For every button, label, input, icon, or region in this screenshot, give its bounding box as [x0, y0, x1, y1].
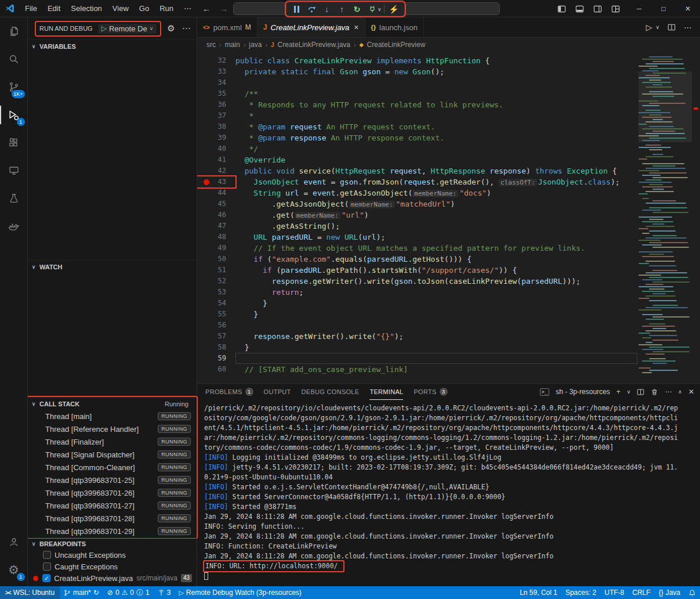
- tab-pom-xml[interactable]: <> pom.xml M: [197, 17, 257, 37]
- terminal-dropdown-icon[interactable]: ∨: [627, 389, 631, 395]
- menu-item-selection[interactable]: Selection: [66, 0, 107, 17]
- code-line[interactable]: }: [235, 298, 637, 309]
- call-stack-thread[interactable]: Thread [Finalizer]RUNNING: [28, 435, 197, 448]
- remote-indicator[interactable]: >< WSL: Ubuntu: [0, 586, 60, 599]
- code-line[interactable]: private static final Gson gson = new Gso…: [235, 66, 637, 77]
- code-line[interactable]: return;: [235, 287, 637, 298]
- variables-section-header[interactable]: ∨ VARIABLES: [28, 39, 197, 52]
- menu-item-file[interactable]: File: [20, 0, 42, 17]
- toggle-secondary-sidebar-icon[interactable]: [593, 5, 602, 13]
- customize-layout-icon[interactable]: [611, 5, 620, 13]
- call-stack-thread[interactable]: Thread [Reference Handler]RUNNING: [28, 423, 197, 435]
- gutter-line-45[interactable]: 45: [197, 199, 235, 210]
- sidebar-more-actions-icon[interactable]: ⋯: [182, 23, 191, 34]
- hot-code-replace-button[interactable]: ⚡: [387, 3, 401, 16]
- sidebar-item-explorer[interactable]: [0, 17, 28, 45]
- code-line[interactable]: *: [235, 110, 637, 121]
- call-stack-thread[interactable]: Thread [Common-Cleaner]RUNNING: [28, 461, 197, 474]
- sidebar-item-run-and-debug[interactable]: 1: [0, 101, 28, 129]
- breakpoint-checkbox[interactable]: [43, 562, 51, 571]
- breakpoint-item[interactable]: Caught Exceptions: [28, 561, 197, 572]
- restart-button[interactable]: ↻: [350, 3, 364, 16]
- call-stack-section-header[interactable]: ∨ CALL STACK Running: [28, 397, 197, 410]
- accounts-button[interactable]: [0, 528, 28, 556]
- code-line[interactable]: .get(memberName:"url"): [235, 210, 637, 221]
- ports-indicator[interactable]: 3: [154, 586, 175, 599]
- settings-button[interactable]: ⚙ 1: [0, 556, 28, 584]
- gutter-line-32[interactable]: 32: [197, 55, 235, 66]
- start-debug-icon[interactable]: ▷: [101, 24, 107, 33]
- minimap[interactable]: [639, 52, 692, 383]
- sidebar-item-source-control[interactable]: 1K+: [0, 73, 28, 101]
- toggle-sidebar-icon[interactable]: [557, 5, 566, 13]
- gutter-line-38[interactable]: 38: [197, 121, 235, 132]
- code-editor[interactable]: 32public class CreateLinkPreview impleme…: [197, 52, 700, 383]
- breakpoints-section-header[interactable]: ∨ BREAKPOINTS: [28, 537, 197, 549]
- code-line[interactable]: public void service(HttpRequest request,…: [235, 165, 637, 176]
- code-line[interactable]: // If the event object URL matches a spe…: [235, 243, 637, 254]
- call-stack-thread[interactable]: Thread [qtp399683701-27]RUNNING: [28, 499, 197, 512]
- overview-ruler[interactable]: [692, 52, 700, 383]
- breadcrumb-item[interactable]: src: [206, 41, 216, 49]
- sidebar-item-extensions[interactable]: [0, 129, 28, 157]
- notifications-bell[interactable]: [684, 586, 700, 599]
- indentation-setting[interactable]: Spaces: 2: [561, 586, 600, 599]
- sidebar-item-docker[interactable]: [0, 212, 28, 240]
- menu-overflow[interactable]: ⋯: [179, 0, 197, 17]
- code-line[interactable]: .getAsJsonObject(memberName:"matchedUrl"…: [235, 199, 637, 210]
- editor-more-actions-icon[interactable]: ⋯: [684, 23, 692, 32]
- terminal-output[interactable]: /pierrick/.m2/repository/io/cloudevents/…: [197, 400, 700, 586]
- code-line[interactable]: }: [235, 342, 637, 353]
- panel-more-actions-icon[interactable]: ⋯: [665, 388, 672, 396]
- gutter-line-50[interactable]: 50: [197, 254, 235, 265]
- breakpoint-item[interactable]: Uncaught Exceptions: [28, 549, 197, 561]
- code-line[interactable]: */: [235, 143, 637, 154]
- gutter-line-44[interactable]: 44: [197, 187, 235, 199]
- call-stack-thread[interactable]: Thread [qtp399683701-28]RUNNING: [28, 512, 197, 525]
- gutter-line-53[interactable]: 53: [197, 287, 235, 298]
- gutter-line-57[interactable]: 57: [197, 331, 235, 342]
- code-line[interactable]: * @param request An HTTP request context…: [235, 121, 637, 132]
- encoding-setting[interactable]: UTF-8: [600, 586, 628, 599]
- code-line[interactable]: response.getWriter().write("{}");: [235, 331, 637, 342]
- gutter-line-49[interactable]: 49: [197, 243, 235, 254]
- call-stack-thread[interactable]: Thread [qtp399683701-25]RUNNING: [28, 474, 197, 486]
- minimize-button[interactable]: ─: [627, 0, 651, 17]
- debug-config-dropdown[interactable]: ▷ Remote De ∨: [98, 24, 157, 34]
- code-line[interactable]: if ("example.com".equals(parsedURL.getHo…: [235, 254, 637, 265]
- step-over-button[interactable]: [304, 3, 319, 16]
- debug-status[interactable]: ▷ Remote Debug Watch (3p-resources): [175, 586, 305, 599]
- gutter-line-54[interactable]: 54: [197, 298, 235, 309]
- code-line[interactable]: // [START add_ons_case_preview_link]: [235, 364, 637, 375]
- terminal-instance-select[interactable]: sh - 3p-resources: [556, 388, 610, 396]
- code-line[interactable]: String url = event.getAsJsonObject(membe…: [235, 187, 637, 199]
- back-icon[interactable]: ←: [202, 4, 211, 13]
- gutter-line-40[interactable]: 40: [197, 143, 235, 154]
- forward-icon[interactable]: →: [220, 4, 228, 13]
- breakpoint-item[interactable]: ✓CreateLinkPreview.javasrc/main/java43: [28, 572, 197, 584]
- gutter-line-36[interactable]: 36: [197, 99, 235, 110]
- code-line[interactable]: response.getWriter().write(gson.toJson(c…: [235, 276, 637, 287]
- language-mode[interactable]: {} Java: [655, 586, 684, 599]
- gutter-line-51[interactable]: 51: [197, 265, 235, 276]
- run-dropdown-icon[interactable]: ∨: [655, 24, 659, 30]
- new-terminal-button[interactable]: +: [616, 388, 621, 396]
- code-line[interactable]: * @param response An HTTP response conte…: [235, 132, 637, 143]
- problems-indicator[interactable]: ⊘ 0 ⚠ 0 ⓘ 1: [103, 586, 154, 599]
- gutter-line-60[interactable]: 60: [197, 364, 235, 375]
- maximize-panel-icon[interactable]: ∧: [678, 389, 682, 395]
- panel-tab-debug-console[interactable]: DEBUG CONSOLE: [302, 384, 360, 400]
- kill-terminal-trash-icon[interactable]: [651, 388, 658, 396]
- gutter-line-52[interactable]: 52: [197, 276, 235, 287]
- breadcrumb-item[interactable]: CreateLinkPreview.java: [278, 41, 350, 49]
- gutter-line-34[interactable]: 34: [197, 77, 235, 88]
- gutter-line-33[interactable]: 33: [197, 66, 235, 77]
- call-stack-thread[interactable]: Thread [main]RUNNING: [28, 410, 197, 423]
- pause-button[interactable]: [289, 3, 304, 16]
- step-into-button[interactable]: ↓: [320, 3, 334, 16]
- code-line[interactable]: @Override: [235, 154, 637, 165]
- disconnect-dropdown-icon[interactable]: ∨: [378, 6, 382, 12]
- gutter-line-35[interactable]: 35: [197, 88, 235, 99]
- eol-setting[interactable]: CRLF: [628, 586, 654, 599]
- tab-launch-json[interactable]: {} launch.json: [365, 17, 424, 37]
